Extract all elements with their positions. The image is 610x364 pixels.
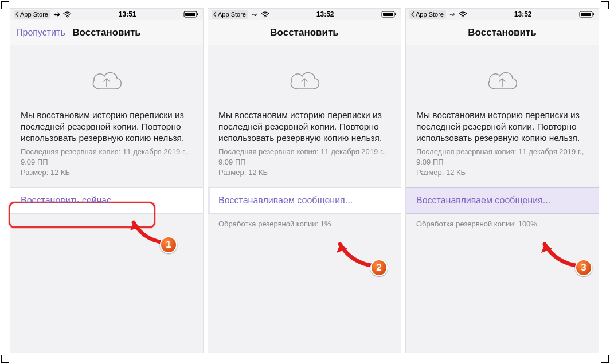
restore-description: Мы восстановим историю переписки из посл… <box>208 109 401 143</box>
nav-bar: Пропустить Восстановить <box>10 20 203 45</box>
back-label: App Store <box>20 11 48 18</box>
svg-rect-11 <box>581 13 591 16</box>
last-backup-label: Последняя резервная копия: 11 декабря 20… <box>218 147 390 167</box>
annotation-badge-2: 2 <box>370 259 388 276</box>
phone-screen-2: App Store 13:52 Восстановить Мы восстано… <box>208 8 401 353</box>
backup-size-label: Размер: 12 КБ <box>21 167 193 178</box>
nav-bar: Восстановить <box>208 20 401 45</box>
wifi-icon <box>63 11 72 18</box>
last-backup-label: Последняя резервная копия: 11 декабря 20… <box>416 147 588 167</box>
status-time: 13:52 <box>514 10 532 18</box>
phone-screen-1: App Store 13:51 Пропустить Восстановить … <box>10 8 204 353</box>
restore-progress-row: Восстанавливаем сообщения... <box>208 187 401 214</box>
restore-progress-label: Восстанавливаем сообщения... <box>406 188 599 213</box>
battery-icon <box>381 11 397 18</box>
processing-status: Обработка резервной копии: 100% <box>406 214 599 228</box>
chevron-left-icon <box>14 11 20 17</box>
back-label: App Store <box>218 11 246 18</box>
phone-screen-3: App Store 13:52 Восстановить Мы восстано… <box>405 8 599 353</box>
svg-rect-3 <box>185 13 195 16</box>
nav-bar: Восстановить <box>406 20 599 45</box>
backup-size-label: Размер: 12 КБ <box>416 167 588 178</box>
svg-rect-10 <box>593 13 594 15</box>
wifi-icon <box>261 11 269 18</box>
corner-tick <box>601 1 609 9</box>
restore-progress-label: Восстанавливаем сообщения... <box>208 188 401 213</box>
corner-tick <box>1 1 9 9</box>
airplane-mode-icon <box>449 11 456 18</box>
last-backup-label: Последняя резервная копия: 11 декабря 20… <box>21 147 193 167</box>
chevron-left-icon <box>212 11 218 17</box>
back-to-app-store[interactable]: App Store <box>212 10 248 19</box>
airplane-mode-icon <box>251 11 259 18</box>
back-label: App Store <box>416 11 444 18</box>
annotation-badge-3: 3 <box>575 259 592 276</box>
restore-progress-row: Восстанавливаем сообщения... <box>406 187 599 214</box>
corner-tick <box>601 355 609 363</box>
svg-point-0 <box>67 16 68 17</box>
svg-rect-6 <box>395 13 396 15</box>
cloud-upload-icon <box>208 66 401 93</box>
status-bar: App Store 13:52 <box>406 9 599 20</box>
restore-description: Мы восстановим историю переписки из посл… <box>406 109 599 143</box>
svg-point-4 <box>264 16 265 17</box>
skip-button[interactable]: Пропустить <box>16 28 65 38</box>
restore-description: Мы восстановим историю переписки из посл… <box>10 109 203 143</box>
restore-now-label: Восстановить сейчас <box>10 188 203 213</box>
wifi-icon <box>459 11 467 18</box>
svg-rect-2 <box>197 13 198 15</box>
airplane-mode-icon <box>53 11 61 18</box>
annotation-badge-1: 1 <box>160 236 177 253</box>
backup-size-label: Размер: 12 КБ <box>218 167 390 178</box>
battery-icon <box>579 11 595 18</box>
back-to-app-store[interactable]: App Store <box>14 10 50 19</box>
battery-icon <box>183 11 200 18</box>
back-to-app-store[interactable]: App Store <box>409 10 446 19</box>
corner-tick <box>1 355 9 363</box>
chevron-left-icon <box>410 11 416 17</box>
status-time: 13:51 <box>119 10 136 18</box>
svg-point-8 <box>462 16 463 17</box>
status-bar: App Store 13:51 <box>10 9 203 20</box>
status-bar: App Store 13:52 <box>208 9 401 20</box>
page-title: Восстановить <box>468 27 536 38</box>
svg-rect-7 <box>383 13 393 16</box>
processing-status: Обработка резервной копии: 1% <box>208 214 401 228</box>
status-time: 13:52 <box>316 10 334 18</box>
restore-now-button[interactable]: Восстановить сейчас <box>10 187 203 214</box>
cloud-upload-icon <box>406 66 599 93</box>
page-title: Восстановить <box>270 27 338 38</box>
cloud-upload-icon <box>10 66 203 93</box>
page-title: Восстановить <box>72 27 140 38</box>
